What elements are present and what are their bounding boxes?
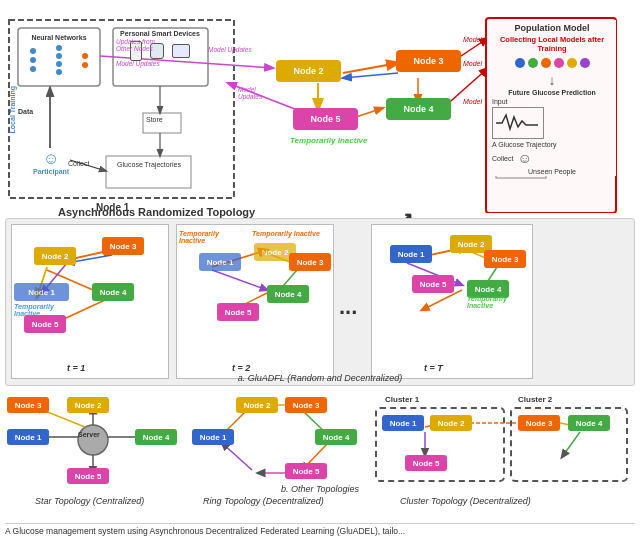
pT-node5: Node 5 — [412, 275, 454, 293]
neural-networks-label: Neural Networks — [20, 34, 98, 75]
model-updates-label2: Model Updates — [208, 46, 252, 53]
p1-node3: Node 3 — [102, 237, 144, 255]
ring-node1: Node 1 — [192, 429, 234, 445]
p2-inactive1: TemporarilyInactive — [179, 230, 219, 244]
p1-node5: Node 5 — [24, 315, 66, 333]
store-label: Store — [146, 116, 163, 123]
t1-label: t = 1 — [67, 363, 85, 373]
p2-node1: Node 1 — [199, 253, 241, 271]
temporarily-inactive-top: Temporarily Inactive — [290, 136, 368, 145]
model-label3: Model — [463, 98, 482, 105]
main-container: Neural Networks — [0, 0, 640, 538]
panel-t1: Node 2 Node 3 Node 4 Node 5 Node 1 Tempo… — [11, 224, 169, 379]
glucose-traj-label: Glucose Trajectories — [108, 161, 190, 168]
p2-node4: Node 4 — [267, 285, 309, 303]
ring-caption: Ring Topology (Decentralized) — [203, 496, 324, 506]
svg-line-36 — [422, 290, 462, 310]
star-panel: Server Node 2 Node 5 Node 1 Node 4 Node … — [5, 395, 180, 485]
node3-main: Node 3 — [396, 50, 461, 72]
svg-line-52 — [562, 432, 580, 457]
svg-line-48 — [222, 443, 252, 470]
input-label: Input — [488, 97, 616, 106]
p1-inactive: TemporarilyInactive — [14, 303, 54, 317]
cluster-caption: Cluster Topology (Decentralized) — [400, 496, 531, 506]
star-node1: Node 1 — [7, 429, 49, 445]
local-training-label: Local Training — [9, 86, 16, 133]
node2-main: Node 2 — [276, 60, 341, 82]
tT-label: t = T — [424, 363, 443, 373]
footer-text: A Glucose management system using Asynch… — [5, 523, 635, 536]
node5-main: Node 5 — [293, 108, 358, 130]
participant-icon: ☺ Participant — [33, 150, 69, 175]
star-node4: Node 4 — [135, 429, 177, 445]
ring-node3: Node 3 — [285, 397, 327, 413]
star-node3: Node 3 — [7, 397, 49, 413]
p2-inactive2: Temporarily Inactive — [252, 230, 320, 237]
svg-line-12 — [343, 73, 398, 78]
collecting-label: Collecting Local Models after Training — [488, 34, 616, 54]
panel-tT: Node 1 Node 2 Node 3 Node 4 Node 5 Tempo… — [371, 224, 533, 379]
ring-node2: Node 2 — [236, 397, 278, 413]
svg-line-29 — [212, 270, 267, 290]
middle-section: Node 2 Node 3 Node 4 Node 5 Node 1 Tempo… — [5, 218, 635, 386]
ring-node4: Node 4 — [315, 429, 357, 445]
server-label: Server — [78, 431, 100, 438]
future-glucose-label: Future Glucose Prediction — [488, 88, 616, 97]
cl1-node1: Node 1 — [382, 415, 424, 431]
svg-point-37 — [78, 425, 108, 455]
bottom-caption: b. Other Topologies — [5, 482, 635, 494]
unseen-label: Unseen People — [488, 167, 616, 176]
data-label: Data — [18, 108, 33, 115]
model-label1: Model — [463, 36, 482, 43]
model-updates-label1: Model Updates — [116, 60, 160, 67]
dots: ... — [339, 294, 357, 320]
model-updates-label3: ModelUpdates — [238, 86, 262, 100]
star-caption: Star Topology (Centralized) — [35, 496, 144, 506]
cl2-node4: Node 4 — [568, 415, 610, 431]
glucose-traj-small: A Glucose Trajectory — [488, 140, 616, 149]
pop-model-title: Population Model — [488, 20, 616, 34]
bottom-section: Server Node 2 Node 5 Node 1 Node 4 Node … — [5, 393, 635, 508]
cluster-svg — [370, 395, 630, 485]
cluster-panel: Cluster 1 Cluster 2 — [370, 395, 630, 485]
svg-line-11 — [343, 63, 398, 73]
middle-caption: a. GluADFL (Random and Decentralized) — [6, 373, 634, 383]
top-diagram: Neural Networks — [8, 8, 630, 213]
pT-node3: Node 3 — [484, 250, 526, 268]
model-label2: Model — [463, 60, 482, 67]
async-title: Asynchronous Randomized Topology — [58, 206, 255, 218]
p1-node4: Node 4 — [92, 283, 134, 301]
p1-node2: Node 2 — [34, 247, 76, 265]
node4-main: Node 4 — [386, 98, 451, 120]
ring-panel: Node 1 Node 2 Node 3 Node 4 Node 5 — [190, 395, 360, 485]
updates-label: Updates fromOther Nodes — [116, 38, 155, 52]
cl1-node5: Node 5 — [405, 455, 447, 471]
t2-label: t = 2 — [232, 363, 250, 373]
p2-node3: Node 3 — [289, 253, 331, 271]
panel-t2: TemporarilyInactive Temporarily Inactive… — [176, 224, 334, 379]
star-node2: Node 2 — [67, 397, 109, 413]
p2-node5: Node 5 — [217, 303, 259, 321]
ring-node5: Node 5 — [285, 463, 327, 479]
cl2-node3: Node 3 — [518, 415, 560, 431]
pop-model-box: Population Model Collecting Local Models… — [488, 20, 616, 176]
pT-inactive: Temporarily Inactive — [467, 295, 532, 309]
cl1-node2: Node 2 — [430, 415, 472, 431]
collect2-label: Collect — [492, 155, 513, 162]
p1-node1: Node 1 — [14, 283, 69, 301]
collect-label: Collect — [68, 160, 89, 167]
pT-node1: Node 1 — [390, 245, 432, 263]
